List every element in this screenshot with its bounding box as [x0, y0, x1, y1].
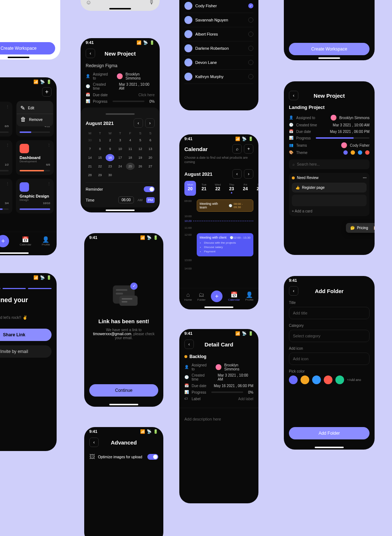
floating-card-pricing[interactable]: 🤔Pricing📋 [346, 223, 375, 233]
dashboard-card[interactable]: ⋮DashboardDevelopment6/8 [16, 140, 54, 175]
calendar-day[interactable]: 22 [96, 163, 105, 170]
color-swatch[interactable] [335, 375, 344, 384]
share-link-button[interactable]: Share Link [0, 329, 52, 341]
calendar-day[interactable]: 27 [146, 163, 155, 170]
member-row[interactable]: Cody Fisher ✓ [184, 0, 253, 13]
add-folder-button[interactable]: Add Folder [289, 427, 369, 439]
category-select[interactable]: Select category [289, 330, 369, 342]
more-icon[interactable]: ••• [363, 176, 367, 180]
calendar-day[interactable]: 1 [96, 137, 105, 144]
back-button[interactable]: ‹ [89, 438, 99, 447]
card-register-page[interactable]: 👍Register page [292, 183, 367, 192]
back-button[interactable]: ‹ [289, 286, 298, 296]
add-card-button[interactable]: + Add a card [292, 209, 367, 213]
nav-calendar[interactable]: 📅Calendar [228, 291, 240, 301]
back-button[interactable]: ‹ [86, 49, 95, 58]
nav-add[interactable]: + [0, 235, 9, 247]
color-swatch[interactable] [312, 375, 321, 384]
create-workspace-button[interactable]: Create Workspace [0, 42, 55, 54]
am-button[interactable]: AM [136, 197, 144, 203]
nav-home[interactable]: ⌂Home [184, 292, 192, 301]
calendar-day[interactable]: 9 [106, 145, 114, 153]
dashboard-card[interactable]: ⋮nationsColoring1/2 [0, 140, 12, 175]
more-icon[interactable]: ⋮ [6, 143, 9, 147]
prev-button[interactable]: ‹ [232, 169, 242, 179]
add-button[interactable]: + [42, 87, 52, 97]
calendar-day[interactable] [126, 171, 135, 179]
reminder-toggle[interactable] [144, 186, 155, 192]
search-input[interactable]: ⌕Search here... [289, 159, 369, 169]
color-swatch[interactable] [301, 375, 309, 384]
nav-folder[interactable]: 🗂Folder [197, 292, 206, 301]
calendar-day[interactable]: 6 [146, 137, 155, 144]
member-row[interactable]: Albert Flores [184, 27, 253, 41]
calendar-day-chip[interactable]: Fri 24 [240, 181, 251, 196]
optimize-toggle[interactable] [147, 454, 158, 460]
search-button[interactable]: ⌕ [232, 144, 242, 154]
color-swatch[interactable] [289, 375, 298, 384]
calendar-day[interactable] [136, 171, 145, 179]
calendar-day[interactable]: 15 [96, 154, 105, 161]
context-remove[interactable]: 🗑Remove [17, 114, 53, 125]
calendar-day[interactable]: 19 [136, 154, 145, 161]
more-icon[interactable]: ⋮ [6, 105, 9, 109]
calendar-day[interactable]: 4 [126, 137, 135, 144]
more-icon[interactable]: ⋮ [6, 182, 9, 186]
more-icon[interactable]: ⋮ [47, 182, 51, 186]
dashboard-card[interactable]: ⋮Apps6/9 [0, 102, 12, 137]
member-row[interactable]: Kathryn Murphy [184, 70, 253, 84]
calendar-day[interactable]: 18 [126, 154, 135, 161]
member-row[interactable]: Darlene Robertson [184, 41, 253, 56]
calendar-day[interactable]: 5 [136, 137, 145, 144]
next-button[interactable]: › [244, 169, 253, 179]
member-row[interactable]: Devon Lane [184, 56, 253, 70]
calendar-day-chip[interactable]: Tue 21 [198, 181, 210, 196]
calendar-day[interactable]: 26 [136, 163, 145, 170]
back-button[interactable]: ‹ [184, 340, 194, 349]
next-month-button[interactable]: › [145, 118, 155, 128]
add-button[interactable]: + [244, 144, 253, 154]
description-input[interactable]: Add description here [179, 408, 258, 430]
calendar-day[interactable]: 23 [106, 163, 114, 170]
nav-profile[interactable]: 👤Profile [245, 291, 254, 301]
member-row[interactable]: Savannah Nguyen [184, 13, 253, 27]
calendar-day-chip[interactable]: Wed 22 [212, 181, 224, 196]
calendar-day[interactable]: 16 [106, 154, 114, 161]
more-icon[interactable]: ⋮ [47, 143, 51, 147]
calendar-day[interactable]: 14 [86, 154, 94, 161]
back-button[interactable]: ‹ [289, 91, 298, 100]
calendar-day[interactable]: 29 [96, 171, 105, 179]
calendar-day[interactable]: 11 [126, 145, 135, 153]
nav-add[interactable]: + [211, 291, 222, 302]
event-meeting-client[interactable]: Meeting with client 🕑 12:00 - 13.30 Disc… [197, 233, 253, 256]
calendar-day[interactable]: 21 [86, 163, 94, 170]
icon-input[interactable]: Add icon [289, 353, 369, 365]
calendar-day[interactable]: 10 [116, 145, 124, 153]
calendar-day[interactable]: 17 [116, 154, 124, 161]
calendar-day[interactable]: 25 [126, 163, 135, 170]
calendar-day[interactable]: 20 [146, 154, 155, 161]
prev-month-button[interactable]: ‹ [134, 118, 143, 128]
calendar-day[interactable]: 7 [86, 145, 94, 153]
calendar-day[interactable]: 30 [106, 171, 114, 179]
calendar-day-chip[interactable]: Mon 20 [184, 181, 196, 196]
nav-calendar[interactable]: 📅Calendar [20, 236, 31, 246]
pm-button[interactable]: PM [146, 197, 155, 203]
event-meeting-team[interactable]: Meeting with team 🕑 08:00 - 09.30 [197, 199, 253, 212]
calendar-day[interactable] [116, 171, 124, 179]
calendar-day[interactable] [146, 171, 155, 179]
calendar-day-chip[interactable]: Sa 25 [253, 181, 258, 196]
calendar-day[interactable]: 13 [146, 145, 155, 153]
create-workspace-button[interactable]: Create Workspace [289, 43, 369, 55]
continue-button[interactable]: Continue [89, 384, 158, 397]
calendar-day-chip[interactable]: Thu 23 [226, 181, 237, 196]
card-empty[interactable] [292, 195, 367, 206]
calendar-day[interactable]: 28 [86, 171, 94, 179]
calendar-day[interactable]: 30 [86, 137, 94, 144]
nav-profile[interactable]: 👤Profile [42, 236, 50, 246]
time-input[interactable]: 06:00 [118, 196, 134, 203]
dashboard-card[interactable]: ⋮Graphic DesignDesign10/10 [16, 179, 54, 214]
invite-email-button[interactable]: Invite by email [0, 345, 52, 358]
calendar-day[interactable]: 2 [106, 137, 114, 144]
context-edit[interactable]: ✎Edit [17, 102, 53, 114]
